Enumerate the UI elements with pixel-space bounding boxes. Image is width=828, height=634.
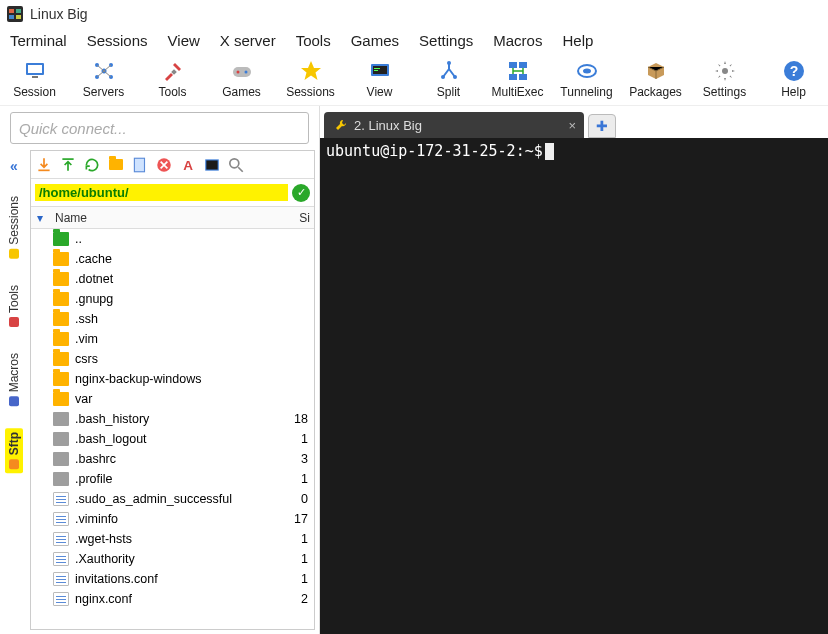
- folder-icon: [53, 392, 69, 406]
- sidetab-macros[interactable]: Macros: [5, 349, 23, 410]
- tool-games[interactable]: Games: [213, 59, 270, 99]
- file-name: .dotnet: [75, 272, 284, 286]
- quick-connect[interactable]: [10, 112, 309, 144]
- file-row[interactable]: invitations.conf1: [31, 569, 314, 589]
- file-row[interactable]: nginx-backup-windows: [31, 369, 314, 389]
- menu-view[interactable]: View: [168, 32, 200, 49]
- file-row[interactable]: .vim: [31, 329, 314, 349]
- col-name[interactable]: Name: [49, 211, 284, 225]
- menubar: Terminal Sessions View X server Tools Ga…: [0, 28, 828, 52]
- sftp-text-icon[interactable]: A: [179, 156, 197, 174]
- menu-terminal[interactable]: Terminal: [10, 32, 67, 49]
- file-row[interactable]: .profile1: [31, 469, 314, 489]
- tool-split[interactable]: Split: [420, 59, 477, 99]
- file-size: 18: [284, 412, 314, 426]
- sftp-search-icon[interactable]: [227, 156, 245, 174]
- sftp-delete-icon[interactable]: [155, 156, 173, 174]
- svg-point-40: [230, 158, 239, 167]
- sidetab-sessions[interactable]: Sessions: [5, 192, 23, 263]
- session-tab[interactable]: 2. Linux Big ×: [324, 112, 584, 138]
- tool-servers[interactable]: Servers: [75, 59, 132, 99]
- menu-sessions[interactable]: Sessions: [87, 32, 148, 49]
- sftp-upload-icon[interactable]: [59, 156, 77, 174]
- sftp-newfolder-icon[interactable]: [107, 156, 125, 174]
- menu-xserver[interactable]: X server: [220, 32, 276, 49]
- svg-rect-34: [62, 158, 73, 160]
- titlebar: Linux Big: [0, 0, 828, 28]
- sftp-download-icon[interactable]: [35, 156, 53, 174]
- menu-games[interactable]: Games: [351, 32, 399, 49]
- file-row[interactable]: nginx.conf2: [31, 589, 314, 609]
- sidetab-sftp[interactable]: Sftp: [5, 428, 23, 473]
- new-tab-button[interactable]: ✚: [588, 114, 616, 138]
- file-row[interactable]: .bash_history18: [31, 409, 314, 429]
- sftp-refresh-icon[interactable]: [83, 156, 101, 174]
- menu-settings[interactable]: Settings: [419, 32, 473, 49]
- file-size: 17: [284, 512, 314, 526]
- sftp-newfile-icon[interactable]: [131, 156, 149, 174]
- svg-rect-35: [134, 158, 144, 172]
- games-icon: [230, 59, 254, 83]
- sftp-path[interactable]: /home/ubuntu/: [35, 184, 288, 201]
- file-name: csrs: [75, 352, 284, 366]
- file-row[interactable]: .wget-hsts1: [31, 529, 314, 549]
- col-size[interactable]: Si: [284, 211, 314, 225]
- menu-help[interactable]: Help: [562, 32, 593, 49]
- tool-settings[interactable]: Settings: [696, 59, 753, 99]
- tool-help[interactable]: ? Help: [765, 59, 822, 99]
- svg-rect-0: [7, 6, 23, 22]
- sort-indicator-icon[interactable]: ▾: [37, 211, 43, 225]
- tool-session[interactable]: Session: [6, 59, 63, 99]
- sftp-terminal-icon[interactable]: [203, 156, 221, 174]
- file-name: .bash_history: [75, 412, 284, 426]
- file-row[interactable]: .bashrc3: [31, 449, 314, 469]
- terminal[interactable]: ubuntu@ip-172-31-25-2:~$: [320, 138, 828, 634]
- file-size: 1: [284, 532, 314, 546]
- tab-close-icon[interactable]: ×: [568, 118, 576, 133]
- file-row[interactable]: var: [31, 389, 314, 409]
- file-row[interactable]: ..: [31, 229, 314, 249]
- file-row[interactable]: .viminfo17: [31, 509, 314, 529]
- menu-macros[interactable]: Macros: [493, 32, 542, 49]
- tool-tunneling[interactable]: Tunneling: [558, 59, 615, 99]
- tabstrip: 2. Linux Big × ✚: [320, 106, 828, 138]
- file-row[interactable]: .dotnet: [31, 269, 314, 289]
- folder-icon: [53, 232, 69, 246]
- svg-rect-39: [206, 160, 217, 169]
- toolbar: Session Servers Tools Games Sessions Vie…: [0, 52, 828, 106]
- file-size: 1: [284, 552, 314, 566]
- svg-rect-20: [374, 70, 378, 71]
- view-icon: [368, 59, 392, 83]
- file-row[interactable]: .bash_logout1: [31, 429, 314, 449]
- sftp-file-list[interactable]: ...cache.dotnet.gnupg.ssh.vimcsrsnginx-b…: [31, 229, 314, 629]
- svg-rect-6: [32, 76, 38, 78]
- file-name: nginx.conf: [75, 592, 284, 606]
- tool-view[interactable]: View: [351, 59, 408, 99]
- file-row[interactable]: .gnupg: [31, 289, 314, 309]
- file-size: 1: [284, 432, 314, 446]
- file-icon: [53, 532, 69, 546]
- file-size: 2: [284, 592, 314, 606]
- svg-rect-3: [9, 15, 14, 19]
- file-icon: [53, 432, 69, 446]
- svg-rect-19: [374, 68, 380, 69]
- file-size: 0: [284, 492, 314, 506]
- file-row[interactable]: .sudo_as_admin_successful0: [31, 489, 314, 509]
- file-row[interactable]: csrs: [31, 349, 314, 369]
- tool-packages[interactable]: Packages: [627, 59, 684, 99]
- file-name: .wget-hsts: [75, 532, 284, 546]
- quick-connect-input[interactable]: [19, 120, 300, 137]
- left-panel: « Sessions Tools Macros Sftp A: [0, 106, 320, 634]
- svg-point-23: [453, 75, 457, 79]
- file-row[interactable]: .cache: [31, 249, 314, 269]
- menu-tools[interactable]: Tools: [296, 32, 331, 49]
- sidetab-tools[interactable]: Tools: [5, 281, 23, 331]
- folder-icon: [53, 292, 69, 306]
- file-row[interactable]: .Xauthority1: [31, 549, 314, 569]
- collapse-icon[interactable]: «: [10, 158, 18, 174]
- tunneling-icon: [575, 59, 599, 83]
- tool-sessions[interactable]: Sessions: [282, 59, 339, 99]
- tool-tools[interactable]: Tools: [144, 59, 201, 99]
- file-row[interactable]: .ssh: [31, 309, 314, 329]
- tool-multiexec[interactable]: MultiExec: [489, 59, 546, 99]
